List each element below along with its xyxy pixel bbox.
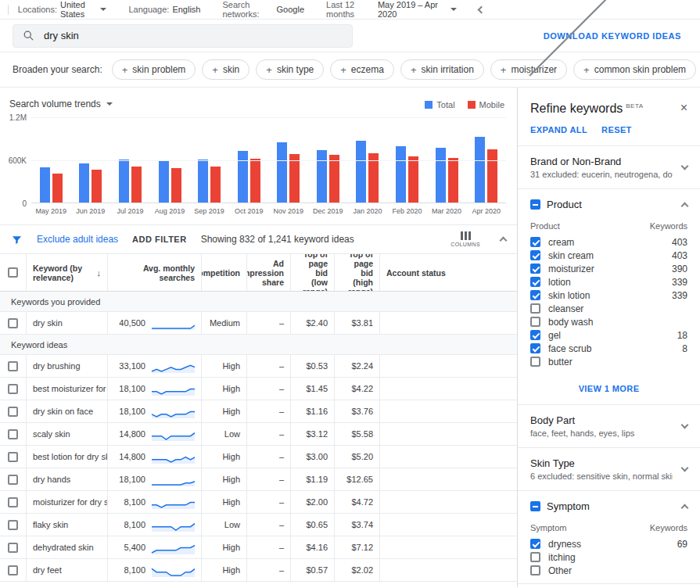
bar-total (119, 160, 129, 203)
refine-item-count: 403 (672, 250, 687, 261)
column-header-competition[interactable]: Competition (202, 254, 247, 291)
daterange-setting[interactable]: Last 12 months May 2019 – Apr 2020 (326, 0, 457, 19)
checkbox[interactable] (530, 552, 540, 562)
refine-item[interactable]: moisturizer390 (518, 262, 700, 275)
checkbox[interactable] (530, 290, 540, 300)
x-axis-label: Mar 2020 (427, 203, 467, 215)
checkbox[interactable] (530, 277, 540, 287)
low-bid-cell: $3.12 (291, 423, 335, 445)
refine-item[interactable]: gel18 (518, 328, 700, 342)
low-bid-cell: $2.40 (291, 312, 335, 334)
row-checkbox[interactable] (8, 497, 18, 507)
table-row[interactable]: moisturizer for dry skin8,100High–$2.00$… (0, 491, 517, 514)
column-header-account-status[interactable]: Account status (380, 254, 517, 291)
row-checkbox[interactable] (8, 475, 18, 485)
checkbox[interactable] (530, 303, 540, 314)
refine-item[interactable]: dryness69 (518, 537, 700, 550)
row-checkbox-cell (0, 491, 27, 513)
checkbox[interactable] (530, 539, 540, 549)
broaden-chip[interactable]: +skin (202, 59, 249, 80)
view-more-link[interactable]: VIEW 1 MORE (518, 375, 700, 404)
keyword-search-box[interactable]: dry skin (13, 24, 353, 48)
checkbox[interactable] (530, 317, 540, 327)
refine-item[interactable]: cream403 (518, 235, 700, 249)
add-filter-button[interactable]: ADD FILTER (132, 235, 187, 244)
table-row[interactable]: flaky skin8,100Low–$0.65$3.74 (0, 514, 517, 536)
column-header-ad-share[interactable]: Ad impression share (247, 254, 291, 291)
table-row[interactable]: best moisturizer for dry ...18,100High–$… (0, 378, 517, 400)
checkbox[interactable] (530, 565, 540, 575)
broaden-chip[interactable]: +skin problem (112, 59, 196, 80)
row-checkbox[interactable] (8, 520, 18, 530)
refine-section-header[interactable]: Brand or Non-Brand31 excluded: eucerin, … (518, 146, 700, 188)
row-checkbox[interactable] (8, 361, 18, 371)
table-row[interactable]: dry skin40,500Medium–$2.40$3.81 (0, 312, 517, 335)
broaden-chip[interactable]: +eczema (330, 59, 394, 80)
close-icon[interactable]: × (680, 102, 687, 114)
columns-button[interactable]: COLUMNS (451, 231, 480, 247)
checkbox[interactable] (530, 343, 540, 353)
row-checkbox[interactable] (8, 384, 18, 394)
high-bid-cell: $5.20 (335, 446, 380, 468)
table-row[interactable]: dry skin on face18,100High–$1.16$3.76 (0, 400, 517, 423)
row-checkbox[interactable] (8, 429, 18, 439)
column-header-high-bid[interactable]: Top of page bid (high range) (335, 254, 380, 291)
select-all-checkbox[interactable] (8, 267, 18, 278)
exclude-adult-ideas-link[interactable]: Exclude adult ideas (37, 234, 118, 245)
refine-item[interactable]: lotion339 (518, 275, 700, 289)
checkbox[interactable] (530, 237, 540, 247)
table-row[interactable]: dehydrated skin5,400High–$4.16$7.12 (0, 536, 517, 559)
chart-title-dropdown[interactable]: Search volume trends (9, 99, 113, 109)
keyword-cell: dehydrated skin (27, 536, 108, 558)
row-checkbox[interactable] (8, 452, 18, 462)
refine-item[interactable]: cleanser (518, 302, 700, 315)
row-checkbox[interactable] (8, 543, 18, 553)
row-checkbox[interactable] (8, 407, 18, 417)
column-header-keyword[interactable]: Keyword (by relevance) ↓ (27, 254, 108, 291)
column-header-low-bid[interactable]: Top of page bid (low range) (291, 254, 335, 291)
refine-section-subtitle: 6 excluded: sensitive skin, normal skin,… (530, 471, 673, 481)
refine-section-header[interactable]: Skin Type6 excluded: sensitive skin, nor… (518, 448, 700, 490)
refine-item-count: 339 (672, 277, 687, 288)
expand-all-link[interactable]: EXPAND ALL (530, 125, 587, 134)
networks-setting[interactable]: Search networks: Google (222, 0, 304, 19)
refine-item[interactable]: butter (518, 355, 700, 368)
broaden-chip[interactable]: +skin irritation (400, 59, 484, 80)
table-row[interactable]: dry brushing33,100High–$0.53$2.24 (0, 355, 517, 378)
refine-item[interactable]: face scrub8 (518, 342, 700, 355)
checkbox[interactable] (530, 264, 540, 274)
table-row[interactable]: best lotion for dry skin14,800High–$3.00… (0, 446, 517, 468)
language-setting[interactable]: Language: English (128, 5, 200, 14)
table-row[interactable]: scaly skin14,800Low–$3.12$5.58 (0, 423, 517, 446)
collapse-table-icon[interactable] (500, 237, 508, 245)
refine-section-header[interactable]: Body Partface, feet, hands, eyes, lips (518, 405, 700, 447)
bar-total (356, 141, 366, 203)
checkbox[interactable] (530, 250, 540, 260)
broaden-chip[interactable]: +skin type (256, 59, 324, 80)
refine-item[interactable]: skin cream403 (518, 249, 700, 262)
refine-section-header[interactable]: Condition (518, 584, 700, 587)
checkbox[interactable] (530, 330, 540, 340)
column-header-searches[interactable]: Avg. monthly searches (108, 254, 202, 291)
locations-setting[interactable]: Locations: United States (18, 0, 107, 19)
sparkline-chart (150, 380, 195, 397)
refine-section-header[interactable]: Product (518, 189, 700, 220)
table-row[interactable]: dry hands18,100High–$1.19$12.65 (0, 468, 517, 491)
refine-item[interactable]: Other (518, 564, 700, 577)
indeterminate-checkbox[interactable] (530, 501, 540, 511)
chip-label: common skin problem (594, 64, 686, 75)
checkbox[interactable] (530, 357, 540, 367)
broaden-chip[interactable]: +common skin problem (573, 59, 696, 80)
row-checkbox[interactable] (8, 565, 18, 575)
refine-item[interactable]: skin lotion339 (518, 289, 700, 302)
reset-link[interactable]: RESET (601, 125, 632, 134)
refine-item[interactable]: body wash (518, 315, 700, 328)
table-row[interactable]: dry feet8,100High–$0.57$2.02 (0, 559, 517, 582)
row-checkbox[interactable] (8, 318, 18, 328)
ad-share-cell: – (247, 468, 291, 490)
indeterminate-checkbox[interactable] (530, 199, 540, 210)
plus-icon: + (411, 65, 417, 75)
refine-section-header[interactable]: Symptom (518, 491, 700, 522)
prev-period-icon[interactable] (478, 5, 486, 13)
refine-item[interactable]: itching (518, 550, 700, 564)
